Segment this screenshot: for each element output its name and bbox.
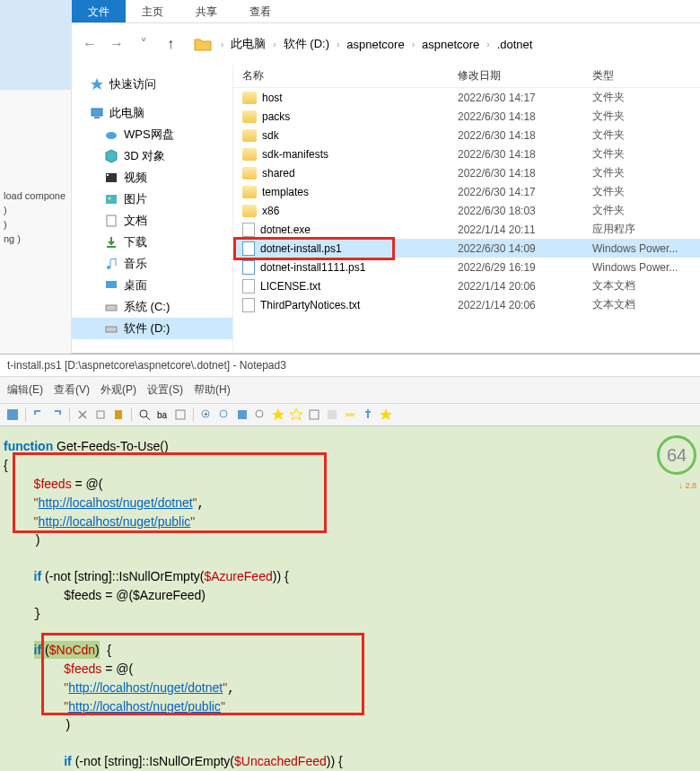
star-fav-icon[interactable] <box>379 407 393 422</box>
score-badge: 64 <box>657 435 696 475</box>
tree-desktop[interactable]: 桌面 <box>72 275 232 296</box>
crumb-folder1[interactable]: aspnetcore <box>343 36 407 53</box>
svg-rect-25 <box>346 413 354 416</box>
goto-icon[interactable] <box>173 407 188 422</box>
url-link[interactable]: http://localhost/nuget/dotnet <box>39 495 193 510</box>
crumb-pc[interactable]: 此电脑 <box>227 34 269 54</box>
star-outline-icon[interactable] <box>289 407 303 422</box>
save-icon[interactable] <box>5 407 20 422</box>
share-tab[interactable]: 共享 <box>179 0 233 22</box>
notepad-toolbar: ba + <box>0 404 700 426</box>
file-row[interactable]: LICENSE.txt2022/1/14 20:06文本文档 <box>233 276 700 295</box>
search-icon[interactable] <box>253 407 267 422</box>
folder-icon <box>242 205 257 217</box>
file-row[interactable]: x862022/6/30 18:03文件夹 <box>233 201 700 220</box>
tree-quick-access[interactable]: 快速访问 <box>72 74 232 95</box>
url-link[interactable]: http://localhost/nuget/public <box>39 514 191 529</box>
crumb-folder3[interactable]: .dotnet <box>494 36 537 53</box>
breadcrumb[interactable]: › 此电脑 › 软件 (D:) › aspnetcore › aspnetcor… <box>194 34 536 54</box>
tree-downloads[interactable]: 下载 <box>72 232 232 253</box>
svg-rect-7 <box>107 215 116 226</box>
file-icon <box>242 223 255 237</box>
variable: $AzureFeed <box>204 569 272 583</box>
tree-3d[interactable]: 3D 对象 <box>72 145 232 167</box>
file-type: Windows Power... <box>592 242 700 255</box>
file-list[interactable]: host2022/6/30 14:17文件夹packs2022/6/30 14:… <box>233 88 700 353</box>
replace-icon[interactable]: ba <box>155 407 170 422</box>
tree-label: 系统 (C:) <box>124 299 170 315</box>
up-button[interactable]: ↑ <box>160 33 181 55</box>
folder-icon <box>194 36 212 52</box>
zoom-in-icon[interactable]: + <box>199 407 214 422</box>
tree-video[interactable]: 视频 <box>72 167 232 188</box>
paste-icon[interactable] <box>111 407 126 422</box>
tree-this-pc[interactable]: 此电脑 <box>72 102 232 124</box>
tree-music[interactable]: 音乐 <box>72 253 232 275</box>
home-tab[interactable]: 主页 <box>126 0 179 22</box>
col-type-header[interactable]: 类型 <box>592 68 700 83</box>
chevron-right-icon: › <box>219 39 225 49</box>
code-editor[interactable]: function Get-Feeds-To-Use() { $feeds = @… <box>0 426 700 771</box>
menu-appearance[interactable]: 外观(P) <box>97 381 140 399</box>
tree-drive-c[interactable]: 系统 (C:) <box>72 296 232 318</box>
file-row[interactable]: dotnet-install.ps12022/6/30 14:09Windows… <box>233 239 700 258</box>
cut-icon[interactable] <box>75 407 90 422</box>
svg-rect-10 <box>106 305 117 311</box>
file-explorer-window: load compone ) ) ng ) 文件 主页 共享 查看 ← → ˅ … <box>0 0 700 354</box>
zoom-out-icon[interactable] <box>217 407 232 422</box>
marker-icon[interactable] <box>343 407 357 422</box>
tree-drive-d[interactable]: 软件 (D:) <box>72 318 232 339</box>
back-button[interactable]: ← <box>79 33 101 55</box>
file-row[interactable]: ThirdPartyNotices.txt2022/1/14 20:06文本文档 <box>233 295 700 314</box>
file-name: shared <box>262 167 295 180</box>
file-date: 2022/6/30 14:17 <box>458 92 592 104</box>
file-icon <box>242 279 255 294</box>
svg-rect-21 <box>238 410 247 419</box>
toggle-icon[interactable] <box>325 407 339 422</box>
star-icon[interactable] <box>271 407 285 422</box>
wrap-icon[interactable] <box>235 407 249 422</box>
svg-rect-5 <box>106 195 117 204</box>
col-date-header[interactable]: 修改日期 <box>458 68 592 83</box>
file-row[interactable]: dotnet.exe2022/1/14 20:11应用程序 <box>233 220 700 239</box>
tree-pictures[interactable]: 图片 <box>72 188 232 210</box>
notepad-menu-bar: 编辑(E) 查看(V) 外观(P) 设置(S) 帮助(H) <box>0 377 700 404</box>
file-row[interactable]: dotnet-install1111.ps12022/6/29 16:19Win… <box>233 258 700 276</box>
crumb-drive[interactable]: 软件 (D:) <box>280 34 333 54</box>
view-tab[interactable]: 查看 <box>233 0 287 22</box>
folder-icon <box>242 148 257 161</box>
file-row[interactable]: sdk-manifests2022/6/30 14:18文件夹 <box>233 145 700 163</box>
svg-rect-14 <box>115 410 122 419</box>
file-icon <box>242 298 255 312</box>
url-link[interactable]: http://localhost/nuget/dotnet <box>68 680 223 695</box>
file-menu[interactable]: 文件 <box>72 0 126 22</box>
svg-rect-4 <box>107 174 109 176</box>
bookmark-icon[interactable] <box>307 407 321 422</box>
tree-label: 快速访问 <box>109 76 156 92</box>
menu-settings[interactable]: 设置(S) <box>144 381 187 399</box>
code-text: (-not [string]::IsNullOrEmpty( <box>72 754 234 768</box>
code-text: = @( <box>72 477 103 491</box>
crumb-folder2[interactable]: aspnetcore <box>418 36 483 53</box>
menu-edit[interactable]: 编辑(E) <box>4 381 47 399</box>
file-type: Windows Power... <box>592 261 700 274</box>
menu-help[interactable]: 帮助(H) <box>190 381 234 399</box>
copy-icon[interactable] <box>93 407 108 422</box>
col-name-header[interactable]: 名称 <box>233 68 458 83</box>
pin-icon[interactable] <box>361 407 375 422</box>
recent-dropdown[interactable]: ˅ <box>133 33 154 55</box>
redo-icon[interactable] <box>49 407 64 422</box>
file-row[interactable]: sdk2022/6/30 14:18文件夹 <box>233 126 700 145</box>
menu-view[interactable]: 查看(V) <box>50 381 93 399</box>
file-row[interactable]: host2022/6/30 14:17文件夹 <box>233 88 700 107</box>
file-row[interactable]: templates2022/6/30 14:17文件夹 <box>233 182 700 201</box>
navigation-tree[interactable]: 快速访问 此电脑 WPS网盘 3D 对象 视频 图片 文档 下载 音乐 桌面 系… <box>72 65 233 353</box>
find-icon[interactable] <box>137 407 152 422</box>
tree-docs[interactable]: 文档 <box>72 210 232 232</box>
url-link[interactable]: http://localhost/nuget/public <box>68 699 221 714</box>
file-row[interactable]: shared2022/6/30 14:18文件夹 <box>233 163 700 182</box>
undo-icon[interactable] <box>31 407 46 422</box>
file-row[interactable]: packs2022/6/30 14:18文件夹 <box>233 107 700 126</box>
file-name: ThirdPartyNotices.txt <box>260 299 360 311</box>
tree-wps[interactable]: WPS网盘 <box>72 124 232 145</box>
